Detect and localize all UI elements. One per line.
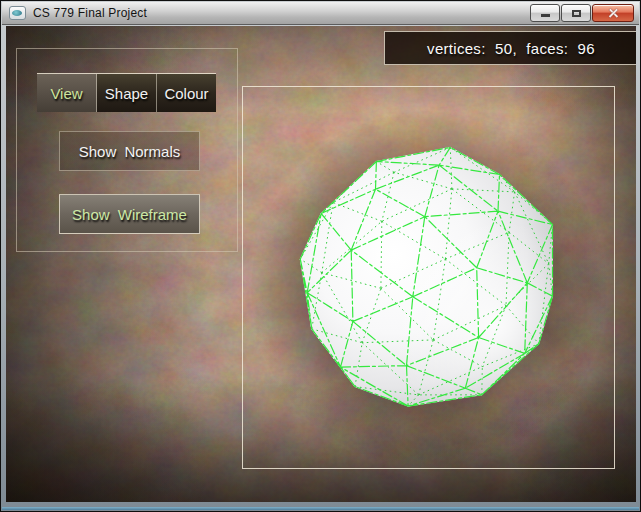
maximize-icon	[572, 10, 581, 17]
minimize-icon	[541, 14, 550, 17]
app-window: CS 779 Final Project	[0, 0, 641, 512]
wireframe-sphere	[243, 87, 614, 468]
maximize-button[interactable]	[561, 4, 591, 22]
tab-colour[interactable]: Colour	[157, 74, 216, 112]
show-wireframe-button[interactable]: Show Wireframe	[59, 194, 200, 234]
viewport-3d[interactable]	[242, 86, 615, 469]
minimize-button[interactable]	[530, 4, 560, 22]
window-title: CS 779 Final Project	[33, 6, 147, 20]
window-controls	[529, 4, 634, 22]
close-icon	[608, 8, 619, 19]
show-normals-button[interactable]: Show Normals	[59, 131, 200, 171]
close-button[interactable]	[592, 4, 634, 22]
client-area: vertices: 50, faces: 96 View Shape Colou…	[6, 26, 636, 502]
title-bar[interactable]: CS 779 Final Project	[2, 2, 639, 25]
tab-shape[interactable]: Shape	[97, 74, 157, 112]
mesh-stats-label: vertices: 50, faces: 96	[427, 40, 595, 57]
status-box: vertices: 50, faces: 96	[384, 31, 636, 65]
app-icon	[9, 6, 26, 20]
tab-view[interactable]: View	[37, 74, 97, 112]
controls-panel: View Shape Colour Show Normals Show Wire…	[16, 48, 238, 252]
tab-strip: View Shape Colour	[37, 73, 216, 112]
